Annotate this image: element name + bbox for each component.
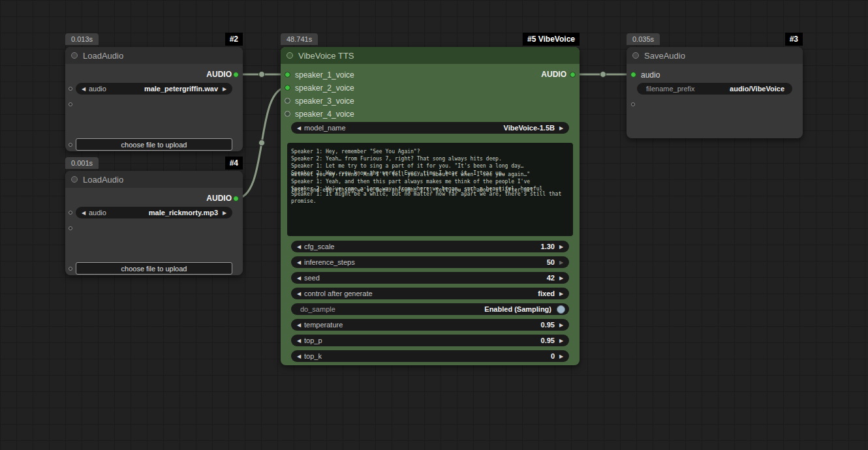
temperature-widget[interactable]: ◀ temperature 0.95 ▶ [291, 319, 569, 331]
node-titlebar[interactable]: VibeVoice TTS [281, 47, 580, 64]
control-after-generate-widget[interactable]: ◀ control after generate fixed ▶ [291, 288, 569, 299]
widget-label: model_name [304, 124, 346, 132]
speaker-2-voice-input-slot[interactable] [285, 85, 290, 91]
seed-widget[interactable]: ◀ seed 42 ▶ [291, 272, 569, 284]
input-slot[interactable] [69, 267, 72, 271]
input-label: audio [641, 70, 660, 80]
audio-input-slot[interactable] [630, 72, 636, 78]
speaker-3-voice-input-slot[interactable] [285, 98, 290, 104]
input-slot[interactable] [69, 102, 72, 106]
widget-value: 50 [355, 258, 555, 266]
next-arrow-icon[interactable]: ▶ [221, 210, 228, 216]
choose-file-button[interactable]: choose file to upload [76, 262, 232, 275]
prev-arrow-icon[interactable]: ◀ [295, 125, 303, 131]
widget-label: cfg_scale [304, 243, 334, 250]
node-order-badge: #3 [785, 33, 803, 46]
widget-value: audio/VibeVoice [695, 85, 784, 93]
widget-value: 0 [322, 352, 555, 360]
node-title: SaveAudio [644, 51, 685, 61]
input-label: speaker_1_voice [295, 70, 354, 80]
node-order-badge: #4 [225, 157, 243, 170]
execution-time-badge: 0.035s [627, 33, 660, 45]
increment-arrow-icon[interactable]: ▶ [557, 275, 565, 281]
node-titlebar[interactable]: SaveAudio [627, 47, 803, 64]
audio-output-slot[interactable] [233, 72, 239, 78]
decrement-arrow-icon[interactable]: ◀ [295, 353, 303, 359]
collapse-dot[interactable] [71, 52, 78, 59]
widget-label: filename_prefix [646, 85, 695, 93]
execution-time-badge: 0.013s [65, 33, 99, 45]
output-label-audio: AUDIO [206, 70, 232, 79]
widget-value: 0.95 [343, 321, 555, 329]
input-slot[interactable] [631, 102, 635, 106]
choose-file-button[interactable]: choose file to upload [76, 138, 232, 151]
next-arrow-icon[interactable]: ▶ [221, 86, 228, 92]
increment-arrow-icon[interactable]: ▶ [557, 260, 565, 265]
collapse-dot[interactable] [287, 52, 293, 59]
filename-prefix-widget[interactable]: filename_prefix audio/VibeVoice [637, 83, 792, 95]
widget-label: top_k [304, 352, 322, 360]
audio-output-slot[interactable] [233, 196, 239, 202]
speaker-1-voice-input-slot[interactable] [285, 72, 290, 78]
input-slot[interactable] [69, 226, 72, 230]
decrement-arrow-icon[interactable]: ◀ [295, 322, 303, 328]
node-loadaudio-4[interactable]: 0.001s #4 LoadAudio AUDIO ◀ audio male_r… [65, 171, 243, 275]
toggle-knob-icon[interactable] [557, 305, 565, 314]
node-title: LoadAudio [83, 175, 123, 185]
decrement-arrow-icon[interactable]: ◀ [295, 275, 303, 281]
decrement-arrow-icon[interactable]: ◀ [295, 260, 303, 265]
widget-value: male_petergriffin.wav [106, 85, 218, 93]
node-order-badge: #2 [225, 33, 243, 46]
audio-combo-widget[interactable]: ◀ audio male_petergriffin.wav ▶ [76, 83, 232, 95]
node-titlebar[interactable]: LoadAudio [65, 171, 243, 188]
link-midpoint-dot [600, 72, 606, 78]
output-label-audio: AUDIO [541, 70, 566, 79]
input-slot[interactable] [69, 143, 72, 147]
input-label: speaker_3_voice [295, 96, 354, 106]
audio-combo-widget[interactable]: ◀ audio male_rickmorty.mp3 ▶ [76, 207, 232, 218]
top-p-widget[interactable]: ◀ top_p 0.95 ▶ [291, 335, 569, 346]
next-arrow-icon[interactable]: ▶ [557, 291, 565, 297]
tts-text-area[interactable]: Speaker 1: Hey, remember "See You Again"… [287, 143, 573, 236]
graph-canvas[interactable]: { "canvas": { "bg": "#212121", "grid_col… [0, 0, 868, 450]
node-title: LoadAudio [83, 51, 123, 61]
input-label: speaker_4_voice [295, 109, 354, 119]
widget-value: 1.30 [334, 243, 555, 250]
speaker-4-voice-input-slot[interactable] [285, 111, 290, 117]
widget-label: top_p [304, 337, 322, 344]
widget-value: 0.95 [322, 337, 555, 344]
cfg-scale-widget[interactable]: ◀ cfg_scale 1.30 ▶ [291, 241, 569, 252]
increment-arrow-icon[interactable]: ▶ [557, 338, 565, 344]
node-vibevoice-tts[interactable]: 48.741s #5 VibeVoice VibeVoice TTS speak… [281, 47, 580, 365]
execution-time-badge: 48.741s [281, 33, 318, 45]
prev-arrow-icon[interactable]: ◀ [80, 210, 87, 216]
inference-steps-widget[interactable]: ◀ inference_steps 50 ▶ [291, 256, 569, 268]
next-arrow-icon[interactable]: ▶ [557, 125, 565, 131]
prev-arrow-icon[interactable]: ◀ [295, 291, 303, 297]
audio-input-slot[interactable] [69, 87, 72, 91]
node-titlebar[interactable]: LoadAudio [65, 47, 243, 64]
widget-value: male_rickmorty.mp3 [106, 209, 218, 217]
do-sample-toggle-widget[interactable]: do_sample Enabled (Sampling) [291, 303, 569, 315]
widget-label: audio [89, 209, 106, 217]
increment-arrow-icon[interactable]: ▶ [557, 322, 565, 328]
widget-label: do_sample [300, 305, 335, 313]
audio-input-slot[interactable] [69, 211, 72, 215]
collapse-dot[interactable] [632, 52, 639, 59]
decrement-arrow-icon[interactable]: ◀ [295, 244, 303, 250]
node-loadaudio-2[interactable]: 0.013s #2 LoadAudio AUDIO ◀ audio male_p… [65, 47, 243, 151]
widget-value: 42 [320, 274, 555, 282]
widget-label: audio [89, 85, 106, 93]
top-k-widget[interactable]: ◀ top_k 0 ▶ [291, 350, 569, 362]
increment-arrow-icon[interactable]: ▶ [557, 353, 565, 359]
decrement-arrow-icon[interactable]: ◀ [295, 338, 303, 344]
audio-output-slot[interactable] [570, 72, 576, 78]
widget-label: control after generate [304, 290, 373, 297]
model-name-widget[interactable]: ◀ model_name VibeVoice-1.5B ▶ [291, 122, 569, 134]
collapse-dot[interactable] [71, 176, 78, 183]
input-label: speaker_2_voice [295, 83, 354, 93]
prev-arrow-icon[interactable]: ◀ [80, 86, 87, 92]
node-saveaudio-3[interactable]: 0.035s #3 SaveAudio audio filename_prefi… [627, 47, 803, 138]
link-midpoint-dot [259, 72, 265, 78]
increment-arrow-icon[interactable]: ▶ [557, 244, 565, 250]
